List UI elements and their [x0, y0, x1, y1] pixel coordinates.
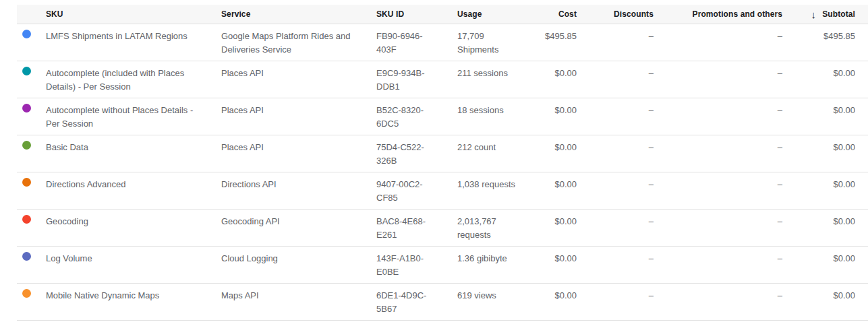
- sku-id-cell: 75D4-C522-326B: [376, 135, 457, 172]
- column-header-sku-id[interactable]: SKU ID: [376, 9, 457, 19]
- sku-color-dot-cell: [17, 284, 46, 320]
- usage-cell: 619 views: [457, 284, 526, 320]
- sku-id-cell: E9C9-934B-DDB1: [376, 61, 457, 98]
- cost-cell: $0.00: [526, 135, 577, 172]
- usage-cell: 212 count: [457, 135, 526, 172]
- cost-cell: $0.00: [526, 61, 577, 98]
- discounts-cell: –: [577, 24, 654, 61]
- sku-color-dot-cell: [17, 172, 46, 209]
- column-header-cost[interactable]: Cost: [526, 9, 577, 19]
- sku-cell: Log Volume: [46, 247, 221, 283]
- promotions-cell: –: [654, 98, 782, 135]
- sku-color-dot: [22, 67, 31, 75]
- promotions-cell: –: [654, 61, 782, 98]
- promotions-cell: –: [654, 135, 782, 172]
- sku-color-dot: [22, 252, 31, 261]
- table-row: Geocoding Geocoding API BAC8-4E68-E261 2…: [17, 210, 868, 247]
- sku-color-dot-cell: [17, 210, 46, 246]
- sku-color-dot-cell: [17, 98, 46, 135]
- usage-cell: 1.36 gibibyte: [457, 247, 526, 283]
- subtotal-cell: $0.00: [782, 284, 855, 320]
- cost-cell: $0.00: [526, 210, 577, 246]
- discounts-cell: –: [577, 135, 654, 172]
- service-cell: Places API: [221, 61, 376, 98]
- subtotal-cell: $495.85: [782, 24, 855, 61]
- table-row: Log Volume Cloud Logging 143F-A1B0-E0BE …: [17, 247, 868, 284]
- sku-id-cell: BAC8-4E68-E261: [376, 210, 457, 246]
- top-spacer: [17, 0, 868, 5]
- column-header-subtotal-label: Subtotal: [822, 9, 855, 19]
- promotions-cell: –: [654, 172, 782, 209]
- sku-id-cell: 9407-00C2-CF85: [376, 172, 457, 209]
- table-header-row: SKU Service SKU ID Usage Cost Discounts …: [17, 5, 868, 24]
- usage-cell: 2,013,767 requests: [457, 210, 526, 246]
- sku-color-dot-cell: [17, 247, 46, 283]
- cost-cell: $495.85: [526, 24, 577, 61]
- table-row: Basic Data Places API 75D4-C522-326B 212…: [17, 135, 868, 172]
- promotions-cell: –: [654, 284, 782, 320]
- column-header-promotions[interactable]: Promotions and others: [654, 9, 782, 19]
- sku-cell: Geocoding: [46, 210, 221, 246]
- sku-cell: Basic Data: [46, 135, 221, 172]
- table-row: Mobile Native Dynamic Maps Maps API 6DE1…: [17, 284, 868, 321]
- sku-color-dot: [22, 141, 31, 150]
- discounts-cell: –: [577, 172, 654, 209]
- sku-color-dot: [22, 289, 31, 298]
- sku-color-dot: [22, 30, 31, 38]
- column-header-usage[interactable]: Usage: [457, 9, 526, 19]
- sku-color-dot: [22, 178, 31, 187]
- service-cell: Cloud Logging: [221, 247, 376, 283]
- sku-id-cell: B52C-8320-6DC5: [376, 98, 457, 135]
- sku-id-cell: 6DE1-4D9C-5B67: [376, 284, 457, 320]
- service-cell: Directions API: [221, 172, 376, 209]
- usage-cell: 17,709 Shipments: [457, 24, 526, 61]
- promotions-cell: –: [654, 24, 782, 61]
- discounts-cell: –: [577, 210, 654, 246]
- cost-cell: $0.00: [526, 98, 577, 135]
- column-header-subtotal[interactable]: ↓ Subtotal: [782, 9, 855, 20]
- service-cell: Places API: [221, 135, 376, 172]
- sku-color-dot: [22, 104, 31, 112]
- subtotal-cell: $0.00: [782, 98, 855, 135]
- table-row: Autocomplete without Places Details - Pe…: [17, 98, 868, 135]
- table-row: Autocomplete (included with Places Detai…: [17, 61, 868, 98]
- sku-color-dot-cell: [17, 61, 46, 98]
- table-body: LMFS Shipments in LATAM Regions Google M…: [17, 24, 868, 322]
- sku-cell: Autocomplete (included with Places Detai…: [46, 61, 221, 98]
- service-cell: Places API: [221, 98, 376, 135]
- sku-id-cell: 143F-A1B0-E0BE: [376, 247, 457, 283]
- sku-cell: Autocomplete without Places Details - Pe…: [46, 98, 221, 135]
- subtotal-cell: $0.00: [782, 247, 855, 283]
- discounts-cell: –: [577, 247, 654, 283]
- service-cell: Maps API: [221, 284, 376, 320]
- sku-cell: LMFS Shipments in LATAM Regions: [46, 24, 221, 61]
- subtotal-cell: $0.00: [782, 135, 855, 172]
- cost-cell: $0.00: [526, 172, 577, 209]
- service-cell: Google Maps Platform Rides and Deliverie…: [221, 24, 376, 61]
- table-row: LMFS Shipments in LATAM Regions Google M…: [17, 24, 868, 61]
- cost-cell: $0.00: [526, 247, 577, 283]
- discounts-cell: –: [577, 61, 654, 98]
- sku-color-dot-cell: [17, 135, 46, 172]
- promotions-cell: –: [654, 210, 782, 246]
- sku-color-dot-cell: [17, 24, 46, 61]
- usage-cell: 1,038 requests: [457, 172, 526, 209]
- service-cell: Geocoding API: [221, 210, 376, 246]
- sku-cost-table: SKU Service SKU ID Usage Cost Discounts …: [17, 0, 868, 322]
- sku-cell: Mobile Native Dynamic Maps: [46, 284, 221, 320]
- table-row: Directions Advanced Directions API 9407-…: [17, 172, 868, 210]
- sku-color-dot: [22, 215, 31, 224]
- column-header-sku[interactable]: SKU: [46, 9, 221, 19]
- column-header-discounts[interactable]: Discounts: [577, 9, 654, 19]
- subtotal-cell: $0.00: [782, 61, 855, 98]
- column-header-service[interactable]: Service: [221, 9, 376, 19]
- subtotal-cell: $0.00: [782, 210, 855, 246]
- subtotal-cell: $0.00: [782, 172, 855, 209]
- sku-cell: Directions Advanced: [46, 172, 221, 209]
- promotions-cell: –: [654, 247, 782, 283]
- discounts-cell: –: [577, 284, 654, 320]
- cost-cell: $0.00: [526, 284, 577, 320]
- usage-cell: 18 sessions: [457, 98, 526, 135]
- discounts-cell: –: [577, 98, 654, 135]
- sort-descending-icon: ↓: [811, 9, 817, 20]
